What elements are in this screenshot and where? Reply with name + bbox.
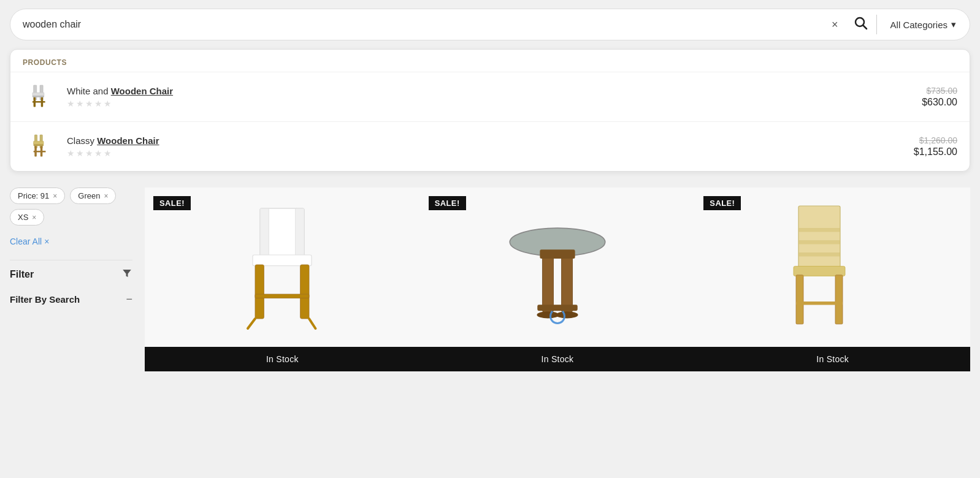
svg-rect-35 — [798, 252, 840, 256]
svg-rect-22 — [255, 294, 309, 298]
filter-tag-xs-label: XS — [18, 213, 28, 222]
product-thumbnail-1 — [23, 80, 57, 114]
product-info-1: White and Wooden Chair ★ ★ ★ ★ ★ — [67, 86, 922, 108]
product-card-2[interactable]: SALE! — [420, 188, 695, 371]
star-1: ★ — [67, 99, 75, 108]
product-stars-2: ★ ★ ★ ★ ★ — [67, 148, 914, 158]
clear-all-label: Clear All — [10, 237, 42, 246]
search-result-item-2[interactable]: Classy Wooden Chair ★ ★ ★ ★ ★ $1,260.00 … — [10, 121, 970, 171]
svg-rect-36 — [794, 266, 845, 276]
filter-tag-xs-remove[interactable]: × — [32, 213, 36, 222]
product-price-1: $735.00 $630.00 — [922, 86, 957, 108]
filter-tags: Price: 91 × Green × XS × — [10, 188, 132, 226]
product-image-1 — [145, 188, 420, 347]
results-section-label: PRODUCTS — [10, 50, 970, 72]
products-grid: SALE! — [145, 188, 970, 371]
search-bar: × All Categories ▾ — [10, 9, 970, 40]
svg-rect-37 — [796, 275, 803, 324]
product-price-2: $1,260.00 $1,155.00 — [914, 135, 957, 157]
star2-2: ★ — [76, 148, 84, 158]
clear-all-x-icon: × — [44, 237, 49, 246]
filter-header-label: Filter — [10, 269, 34, 280]
product-image-3 — [695, 188, 970, 347]
star2-1: ★ — [67, 148, 75, 158]
filter-tag-green[interactable]: Green × — [70, 188, 116, 204]
price-original-2: $1,260.00 — [914, 135, 957, 145]
products-area: SALE! — [145, 188, 970, 371]
star-2: ★ — [76, 99, 84, 108]
clear-all-button[interactable]: Clear All × — [10, 233, 49, 250]
svg-rect-33 — [798, 228, 840, 232]
svg-line-23 — [248, 319, 255, 328]
search-results-dropdown: PRODUCTS White and Wooden Chair ★ ★ — [10, 49, 970, 172]
star2-4: ★ — [94, 148, 102, 158]
svg-rect-20 — [255, 265, 264, 319]
svg-rect-39 — [796, 302, 843, 305]
svg-rect-12 — [34, 141, 44, 144]
search-clear-button[interactable]: × — [825, 18, 844, 31]
product-card-3[interactable]: SALE! — [695, 188, 970, 371]
svg-rect-21 — [301, 265, 309, 319]
sale-badge-1: SALE! — [153, 196, 191, 210]
star2-3: ★ — [85, 148, 93, 158]
search-result-item[interactable]: White and Wooden Chair ★ ★ ★ ★ ★ $735.00… — [10, 72, 970, 121]
search-bar-wrapper: × All Categories ▾ — [0, 0, 980, 49]
sale-badge-3: SALE! — [703, 196, 741, 210]
in-stock-bar-2: In Stock — [420, 347, 695, 371]
star-4: ★ — [94, 99, 102, 108]
svg-rect-34 — [798, 240, 840, 244]
svg-rect-28 — [540, 249, 575, 259]
main-content: Price: 91 × Green × XS × Clear All × Fil… — [0, 181, 980, 371]
price-current-1: $630.00 — [922, 97, 957, 108]
svg-line-24 — [309, 319, 315, 328]
svg-line-1 — [863, 26, 867, 29]
svg-rect-18 — [296, 208, 304, 257]
filter-by-search-label: Filter By Search — [10, 294, 80, 305]
product-thumbnail-2 — [23, 129, 57, 164]
star-5: ★ — [104, 99, 112, 108]
filter-tag-green-remove[interactable]: × — [104, 192, 108, 200]
star-3: ★ — [85, 99, 93, 108]
product-image-2 — [420, 188, 695, 347]
in-stock-bar-3: In Stock — [695, 347, 970, 371]
filter-funnel-icon — [121, 268, 132, 281]
svg-rect-8 — [33, 101, 45, 103]
product-info-2: Classy Wooden Chair ★ ★ ★ ★ ★ — [67, 135, 914, 158]
filter-tag-price-label: Price: 91 — [18, 191, 49, 200]
category-label: All Categories — [890, 20, 947, 30]
filter-tag-price-remove[interactable]: × — [53, 192, 57, 200]
sidebar: Price: 91 × Green × XS × Clear All × Fil… — [10, 188, 132, 371]
svg-point-31 — [556, 311, 578, 318]
price-current-2: $1,155.00 — [914, 146, 957, 157]
filter-tag-green-label: Green — [78, 191, 100, 200]
svg-rect-29 — [537, 305, 577, 311]
category-dropdown[interactable]: All Categories ▾ — [877, 19, 970, 30]
filter-tag-price[interactable]: Price: 91 × — [10, 188, 65, 204]
filter-by-search-collapse-button[interactable]: − — [126, 294, 132, 305]
filter-tag-xs[interactable]: XS × — [10, 209, 44, 226]
svg-rect-27 — [562, 252, 573, 312]
search-input[interactable] — [10, 19, 825, 30]
svg-rect-32 — [798, 206, 840, 270]
search-submit-button[interactable] — [844, 15, 876, 34]
svg-rect-5 — [33, 93, 44, 96]
product-name-2: Classy Wooden Chair — [67, 135, 914, 146]
chevron-down-icon: ▾ — [951, 19, 956, 30]
filter-header: Filter — [10, 260, 132, 287]
svg-rect-38 — [835, 275, 843, 324]
svg-rect-26 — [542, 252, 553, 312]
product-name-1: White and Wooden Chair — [67, 86, 922, 96]
in-stock-bar-1: In Stock — [145, 347, 420, 371]
product-card-1[interactable]: SALE! — [145, 188, 420, 371]
filter-by-search-header: Filter By Search − — [10, 287, 132, 311]
product-stars-1: ★ ★ ★ ★ ★ — [67, 99, 922, 108]
svg-point-30 — [537, 311, 559, 318]
svg-rect-15 — [34, 151, 46, 153]
svg-rect-17 — [260, 208, 269, 257]
svg-rect-19 — [253, 255, 312, 266]
star2-5: ★ — [104, 148, 112, 158]
sale-badge-2: SALE! — [429, 196, 466, 210]
price-original-1: $735.00 — [922, 86, 957, 96]
